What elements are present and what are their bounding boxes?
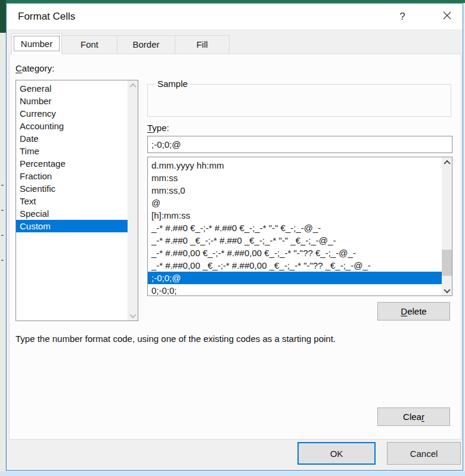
help-text: Type the number format code, using one o… bbox=[16, 334, 433, 344]
format-item[interactable]: 0;-0;0; bbox=[148, 284, 442, 296]
help-icon: ? bbox=[399, 11, 405, 22]
clear-button[interactable]: Clear bbox=[377, 407, 450, 426]
dialog-title: Format Cells bbox=[18, 4, 75, 29]
format-code-items: d.mm.yyyy hh:mm mm:ss mm:ss,0 @ [h]:mm:s… bbox=[148, 159, 442, 296]
delete-button[interactable]: Delete bbox=[377, 302, 450, 321]
dialog-titlebar: Format Cells ? bbox=[7, 4, 463, 29]
worksheet-bottom-strip bbox=[0, 471, 465, 476]
format-item[interactable]: mm:ss bbox=[148, 172, 442, 184]
cancel-button[interactable]: Cancel bbox=[387, 442, 461, 465]
format-item[interactable]: @ bbox=[148, 197, 442, 209]
ok-button[interactable]: OK bbox=[297, 442, 376, 465]
format-scrollbar[interactable] bbox=[442, 157, 452, 295]
help-button[interactable]: ? bbox=[393, 4, 411, 29]
tab-strip: Number Font Border Fill bbox=[11, 35, 229, 54]
category-items: General Number Currency Accounting Date … bbox=[16, 82, 128, 232]
category-item-currency[interactable]: Currency bbox=[16, 107, 128, 120]
format-item[interactable]: d.mm.yyyy hh:mm bbox=[148, 159, 442, 172]
scroll-down-icon[interactable] bbox=[442, 285, 452, 295]
close-button[interactable] bbox=[434, 4, 460, 29]
category-item-date[interactable]: Date bbox=[16, 132, 128, 145]
category-item-number[interactable]: Number bbox=[16, 95, 128, 107]
type-label: Type: bbox=[147, 123, 169, 133]
number-tab-page: Category: General Number Currency Accoun… bbox=[9, 54, 461, 440]
format-item[interactable]: [h]:mm:ss bbox=[148, 209, 442, 222]
close-icon bbox=[443, 11, 451, 22]
type-input[interactable]: ;-0;0;@ bbox=[147, 136, 452, 153]
excel-titlebar-corner bbox=[0, 0, 6, 33]
category-listbox[interactable]: General Number Currency Accounting Date … bbox=[16, 80, 138, 321]
format-item[interactable]: mm:ss,0 bbox=[148, 184, 442, 197]
format-item[interactable]: _-* #.##0 _€_-;-* #.##0 _€_-;_-* "-" _€_… bbox=[148, 234, 442, 247]
category-label: Category: bbox=[16, 63, 54, 73]
category-item-custom[interactable]: Custom bbox=[16, 220, 128, 232]
format-cells-dialog: Format Cells ? Number Font Border Fill C… bbox=[6, 3, 463, 471]
category-item-special[interactable]: Special bbox=[16, 207, 128, 220]
category-item-fraction[interactable]: Fraction bbox=[16, 170, 128, 182]
category-scrollbar[interactable] bbox=[128, 80, 138, 321]
format-item-selected[interactable]: ;-0;0;@ bbox=[148, 272, 442, 284]
scroll-up-icon[interactable] bbox=[442, 157, 452, 167]
category-item-scientific[interactable]: Scientific bbox=[16, 182, 128, 195]
scrollbar-thumb[interactable] bbox=[442, 250, 452, 276]
scroll-up-icon[interactable] bbox=[128, 80, 138, 91]
category-item-general[interactable]: General bbox=[16, 82, 128, 95]
tab-number[interactable]: Number bbox=[11, 33, 62, 54]
category-item-text[interactable]: Text bbox=[16, 195, 128, 207]
worksheet-edge bbox=[0, 33, 6, 476]
category-item-time[interactable]: Time bbox=[16, 145, 128, 157]
format-item[interactable]: _-* #.##0,00 €_-;-* #.##0,00 €_-;_-* "-"… bbox=[148, 247, 442, 259]
sample-groupbox: Sample bbox=[147, 84, 451, 117]
category-item-accounting[interactable]: Accounting bbox=[16, 120, 128, 132]
tab-border[interactable]: Border bbox=[117, 35, 175, 54]
tab-font[interactable]: Font bbox=[61, 35, 117, 54]
category-item-percentage[interactable]: Percentage bbox=[16, 157, 128, 170]
tab-fill[interactable]: Fill bbox=[175, 35, 230, 54]
format-code-listbox[interactable]: d.mm.yyyy hh:mm mm:ss mm:ss,0 @ [h]:mm:s… bbox=[147, 157, 452, 296]
scroll-down-icon[interactable] bbox=[128, 310, 138, 321]
format-item[interactable]: _-* #.##0,00 _€_-;-* #.##0,00 _€_-;_-* "… bbox=[148, 259, 442, 272]
format-item[interactable]: _-* #.##0 €_-;-* #.##0 €_-;_-* "-" €_-;_… bbox=[148, 222, 442, 234]
sample-label: Sample bbox=[154, 79, 191, 89]
